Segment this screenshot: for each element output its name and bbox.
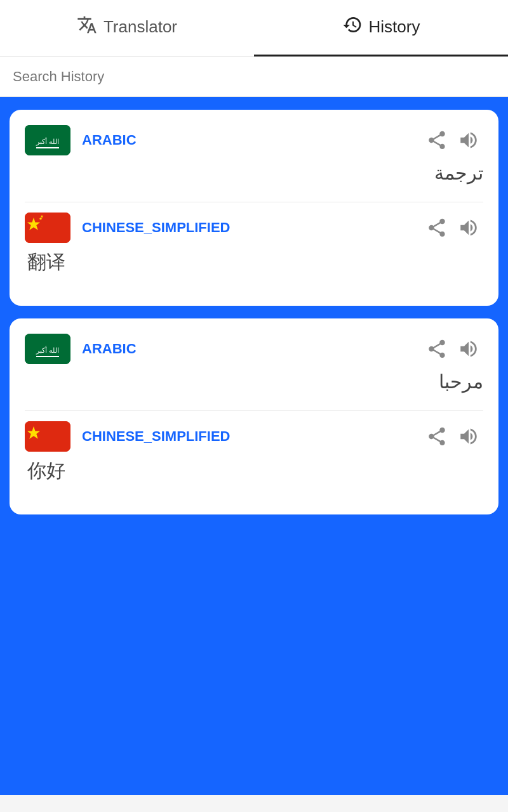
tab-translator[interactable]: Translator bbox=[0, 0, 254, 56]
share-button-arabic-1[interactable] bbox=[422, 126, 451, 155]
search-bar bbox=[0, 57, 508, 97]
tab-bar: Translator History bbox=[0, 0, 508, 57]
translate-icon bbox=[77, 15, 97, 39]
flag-saudi-1: ‫الله أكبر‬ bbox=[25, 125, 70, 155]
svg-text:‫الله أكبر‬: ‫الله أكبر‬ bbox=[36, 346, 59, 355]
lang-name-chinese-1: CHINESE_SIMPLIFIED bbox=[82, 219, 420, 236]
lang-row-arabic-1: ‫الله أكبر‬ ARABIC bbox=[25, 125, 483, 155]
share-button-chinese-2[interactable] bbox=[422, 422, 451, 451]
lang-name-chinese-2: CHINESE_SIMPLIFIED bbox=[82, 428, 420, 445]
flag-china-2 bbox=[25, 421, 70, 452]
flag-saudi-2: ‫الله أكبر‬ bbox=[25, 334, 70, 364]
translated-text-chinese-2: 你好 bbox=[27, 458, 483, 484]
search-input[interactable] bbox=[13, 69, 495, 85]
share-button-chinese-1[interactable] bbox=[422, 213, 451, 242]
share-button-arabic-2[interactable] bbox=[422, 334, 451, 363]
divider-1 bbox=[25, 202, 483, 202]
divider-2 bbox=[25, 410, 483, 411]
translated-text-chinese-1: 翻译 bbox=[27, 249, 483, 275]
translation-card-2: ‫الله أكبر‬ ARABIC مرحبا bbox=[10, 318, 498, 514]
tab-history[interactable]: History bbox=[254, 0, 508, 56]
translated-text-arabic-1: ترجمة bbox=[27, 162, 483, 184]
translation-card-1: ‫الله أكبر‬ ARABIC ترجمة bbox=[10, 110, 498, 306]
lang-row-chinese-2: CHINESE_SIMPLIFIED bbox=[25, 421, 483, 452]
lang-name-arabic-2: ARABIC bbox=[82, 341, 420, 357]
flag-china-1 bbox=[25, 213, 70, 243]
lang-name-arabic-1: ARABIC bbox=[82, 132, 420, 148]
sound-button-arabic-1[interactable] bbox=[454, 126, 483, 155]
translated-text-arabic-2: مرحبا bbox=[27, 370, 483, 393]
history-icon bbox=[342, 15, 363, 39]
lang-row-chinese-1: CHINESE_SIMPLIFIED bbox=[25, 213, 483, 243]
sound-button-arabic-2[interactable] bbox=[454, 334, 483, 363]
sound-button-chinese-1[interactable] bbox=[454, 213, 483, 242]
main-content: ‫الله أكبر‬ ARABIC ترجمة bbox=[0, 97, 508, 795]
sound-button-chinese-2[interactable] bbox=[454, 422, 483, 451]
lang-row-arabic-2: ‫الله أكبر‬ ARABIC bbox=[25, 334, 483, 364]
svg-text:‫الله أكبر‬: ‫الله أكبر‬ bbox=[36, 137, 59, 146]
tab-history-label: History bbox=[369, 17, 420, 37]
tab-translator-label: Translator bbox=[104, 17, 177, 37]
